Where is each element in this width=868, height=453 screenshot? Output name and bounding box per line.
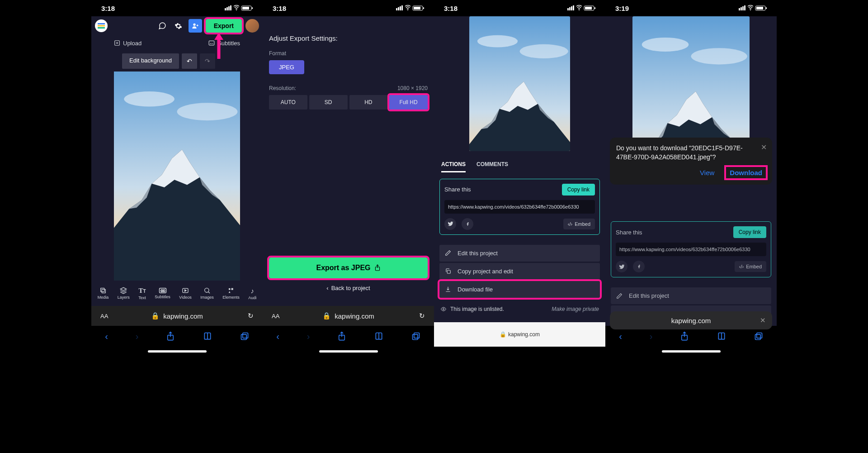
tabs-icon[interactable] bbox=[240, 332, 249, 341]
twitter-icon[interactable] bbox=[444, 218, 456, 230]
home-indicator[interactable] bbox=[91, 347, 263, 357]
tool-videos[interactable]: Videos bbox=[179, 287, 191, 300]
tool-media[interactable]: Media bbox=[98, 287, 109, 300]
safari-tools: ‹ › bbox=[263, 326, 434, 347]
resolution-label: Resolution: bbox=[269, 85, 296, 91]
status-icons bbox=[225, 5, 253, 11]
download-file-button[interactable]: Download file bbox=[439, 281, 600, 298]
res-fullhd[interactable]: Full HD bbox=[389, 95, 428, 110]
chat-icon[interactable] bbox=[156, 19, 169, 32]
tab-actions[interactable]: ACTIONS bbox=[441, 161, 466, 172]
share-icon[interactable] bbox=[337, 331, 346, 341]
share-label: Share this bbox=[616, 229, 642, 236]
close-icon[interactable]: ✕ bbox=[760, 316, 766, 324]
privacy-row: This image is unlisted. Make image priva… bbox=[434, 301, 605, 317]
download-button[interactable]: Download bbox=[726, 167, 766, 178]
bookmarks-icon[interactable] bbox=[717, 332, 726, 341]
facebook-icon[interactable] bbox=[462, 218, 473, 230]
close-icon[interactable]: ✕ bbox=[761, 143, 767, 152]
svg-point-53 bbox=[443, 308, 444, 310]
format-value[interactable]: JPEG bbox=[269, 60, 304, 74]
svg-rect-27 bbox=[101, 288, 104, 292]
safari-address-bar[interactable]: AA 🔒kapwing.com ↻ bbox=[263, 306, 434, 326]
safari-tools: ‹ › bbox=[91, 326, 263, 347]
reload-icon[interactable]: ↻ bbox=[248, 312, 254, 320]
tool-elements[interactable]: Elements bbox=[222, 287, 240, 300]
invite-button[interactable] bbox=[189, 19, 202, 33]
bookmarks-icon[interactable] bbox=[203, 332, 212, 341]
tool-text[interactable]: TTText bbox=[138, 287, 146, 300]
share-url-field[interactable]: https://www.kapwing.com/videos/632b634ff… bbox=[444, 200, 595, 214]
tabs-icon[interactable] bbox=[411, 332, 420, 341]
res-auto[interactable]: AUTO bbox=[269, 95, 307, 110]
format-label: Format bbox=[269, 50, 428, 57]
home-indicator[interactable] bbox=[263, 347, 434, 357]
undo-button[interactable]: ↶ bbox=[182, 53, 197, 69]
export-as-button[interactable]: Export as JPEG bbox=[269, 257, 428, 278]
settings-icon[interactable] bbox=[172, 19, 185, 32]
home-indicator[interactable] bbox=[434, 347, 605, 357]
panel-title: Adjust Export Settings: bbox=[269, 34, 428, 42]
back-icon[interactable]: ‹ bbox=[276, 331, 279, 342]
svg-rect-57 bbox=[755, 334, 760, 340]
back-to-project-button[interactable]: ‹Back to project bbox=[269, 278, 428, 298]
share-icon[interactable] bbox=[680, 331, 689, 341]
tool-layers[interactable]: Layers bbox=[118, 287, 130, 300]
safari-address-bar[interactable]: AA 🔒kapwing.com ↻ bbox=[91, 306, 263, 326]
user-avatar[interactable] bbox=[245, 19, 259, 33]
reload-icon[interactable]: ↻ bbox=[419, 312, 425, 320]
safari-address-bar[interactable]: 🔒kapwing.com bbox=[434, 322, 605, 347]
view-button[interactable]: View bbox=[700, 169, 714, 176]
text-size-icon[interactable]: AA bbox=[272, 313, 279, 319]
edit-project-button[interactable]: Edit this project bbox=[439, 245, 600, 262]
forward-icon: › bbox=[650, 331, 653, 342]
tool-images[interactable]: Images bbox=[200, 287, 214, 300]
tabs-icon[interactable] bbox=[754, 332, 763, 341]
make-private-link[interactable]: Make image private bbox=[552, 306, 599, 312]
export-button[interactable]: Export bbox=[206, 19, 242, 33]
status-time: 3:18 bbox=[273, 5, 286, 12]
screen-2-export-settings: 3:18 Adjust Export Settings: Format JPEG… bbox=[263, 0, 434, 357]
copy-link-button[interactable]: Copy link bbox=[733, 226, 766, 238]
svg-text:CC: CC bbox=[160, 289, 165, 292]
home-indicator[interactable] bbox=[605, 347, 777, 357]
text-size-icon[interactable]: AA bbox=[100, 313, 108, 319]
edit-background-button[interactable]: Edit background bbox=[122, 53, 179, 69]
status-icons bbox=[396, 5, 424, 11]
svg-rect-52 bbox=[447, 270, 450, 273]
content-area: ACTIONS COMMENTS Share this Copy link ht… bbox=[434, 16, 605, 322]
upload-tab[interactable]: Upload bbox=[114, 40, 142, 47]
download-prompt: ✕ Do you want to download "20EDC1F5-D97E… bbox=[610, 138, 772, 185]
screen-1-editor: 3:18 Export Upload Subtitles Edit backgr… bbox=[91, 0, 263, 357]
twitter-icon[interactable] bbox=[616, 261, 627, 272]
facebook-icon[interactable] bbox=[633, 261, 645, 272]
app-logo[interactable] bbox=[95, 19, 108, 32]
tab-comments[interactable]: COMMENTS bbox=[476, 161, 508, 172]
tool-audio[interactable]: ♪Audi bbox=[248, 287, 256, 300]
preview-area bbox=[434, 16, 605, 157]
safari-address-pill[interactable]: kapwing.com ✕ bbox=[610, 311, 772, 329]
tool-subtitles[interactable]: CCSubtitles bbox=[155, 287, 170, 299]
share-icon[interactable] bbox=[166, 331, 175, 341]
share-box: Share this Copy link https://www.kapwing… bbox=[439, 179, 600, 235]
svg-marker-38 bbox=[229, 291, 231, 293]
canvas-area[interactable] bbox=[91, 72, 263, 281]
copy-project-button[interactable]: Copy project and edit bbox=[439, 263, 600, 280]
embed-button[interactable]: ‹/›Embed bbox=[735, 261, 766, 272]
prompt-text: Do you want to download "20EDC1F5-D97E-4… bbox=[616, 144, 766, 162]
bookmarks-icon[interactable] bbox=[374, 332, 384, 341]
back-icon[interactable]: ‹ bbox=[105, 331, 108, 342]
canvas-image[interactable] bbox=[114, 72, 240, 281]
share-box: Share this Copy link https://www.kapwing… bbox=[611, 221, 771, 277]
lock-icon: 🔒 bbox=[322, 312, 331, 320]
back-icon[interactable]: ‹ bbox=[619, 331, 622, 342]
lock-icon: 🔒 bbox=[151, 312, 160, 320]
svg-rect-40 bbox=[242, 333, 248, 339]
embed-button[interactable]: ‹/›Embed bbox=[563, 219, 595, 229]
edit-project-button[interactable]: Edit this project bbox=[611, 287, 771, 304]
share-url-field[interactable]: https://www.kapwing.com/videos/632b634ff… bbox=[616, 243, 766, 256]
copy-link-button[interactable]: Copy link bbox=[562, 184, 595, 196]
svg-marker-33 bbox=[185, 290, 186, 291]
res-sd[interactable]: SD bbox=[309, 95, 348, 110]
res-hd[interactable]: HD bbox=[349, 95, 388, 110]
